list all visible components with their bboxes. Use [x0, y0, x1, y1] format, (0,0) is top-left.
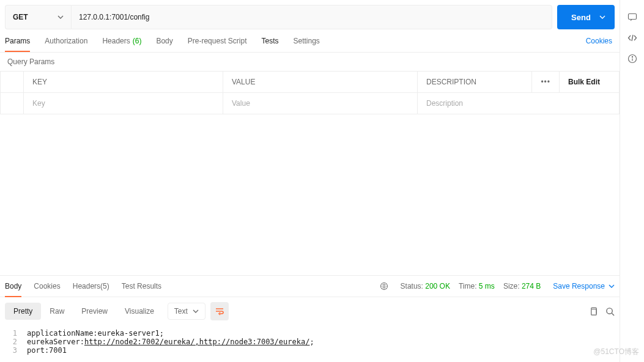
save-response-label: Save Response: [553, 282, 605, 290]
tab-body[interactable]: Body: [156, 31, 172, 51]
line-number: 3: [0, 346, 27, 355]
view-preview[interactable]: Preview: [73, 303, 116, 320]
bulk-edit-button[interactable]: Bulk Edit: [560, 72, 620, 93]
code-line: 2 eurekaServer:http://node2:7002/eureka/…: [0, 338, 620, 346]
http-method-value: GET: [13, 13, 28, 21]
body-type-select[interactable]: Text: [168, 303, 205, 320]
checkbox-header: [1, 72, 24, 93]
cookies-link[interactable]: Cookies: [586, 37, 615, 45]
url-value: 127.0.0.1:7001/config: [79, 13, 149, 21]
key-input[interactable]: [32, 99, 214, 108]
request-tabs-row: Params Authorization Headers(6) Body Pre…: [0, 29, 620, 53]
line-content: applicationName:eureka-server1;: [27, 329, 164, 338]
value-input[interactable]: [232, 99, 409, 108]
view-visualize[interactable]: Visualize: [116, 303, 163, 320]
description-header: DESCRIPTION: [418, 72, 532, 93]
response-tabs-row: Body Cookies Headers(5) Test Results Sta…: [0, 275, 620, 297]
code-line: 1 applicationName:eureka-server1;: [0, 329, 620, 338]
table-row: [1, 93, 620, 114]
chevron-down-icon: [599, 14, 605, 20]
svg-point-5: [632, 56, 632, 57]
wrap-lines-button[interactable]: [210, 302, 229, 320]
tab-headers-count: (6): [133, 37, 142, 45]
time-value: 5 ms: [479, 282, 495, 290]
response-toolbar: Pretty Raw Preview Visualize Text: [0, 297, 620, 325]
request-url-bar: GET 127.0.0.1:7001/config Send: [0, 0, 620, 29]
svg-point-2: [607, 308, 612, 313]
globe-icon[interactable]: [380, 282, 388, 290]
key-header: KEY: [24, 72, 223, 93]
status-value: 200 OK: [425, 282, 450, 290]
chevron-down-icon: [57, 14, 64, 20]
comments-icon[interactable]: [627, 12, 637, 22]
tab-authorization[interactable]: Authorization: [45, 31, 87, 51]
view-mode-segment: Pretty Raw Preview Visualize: [5, 303, 163, 320]
wrap-icon: [215, 306, 224, 316]
code-line: 3 port:7001: [0, 346, 620, 355]
response-tab-body[interactable]: Body: [5, 276, 21, 297]
chevron-down-icon: [609, 283, 615, 289]
tab-prerequest[interactable]: Pre-request Script: [188, 31, 247, 51]
view-pretty[interactable]: Pretty: [5, 303, 41, 320]
body-type-value: Text: [174, 307, 188, 316]
tab-headers[interactable]: Headers(6): [102, 31, 141, 51]
http-method-select[interactable]: GET: [5, 5, 71, 29]
search-icon[interactable]: [605, 307, 615, 316]
line-number: 1: [0, 329, 27, 338]
tab-settings[interactable]: Settings: [294, 31, 320, 51]
code-icon[interactable]: [627, 33, 637, 43]
send-label: Send: [571, 13, 591, 22]
checkbox-cell[interactable]: [1, 93, 24, 114]
send-button[interactable]: Send: [557, 5, 615, 29]
response-body[interactable]: 1 applicationName:eureka-server1; 2 eure…: [0, 325, 620, 362]
watermark: @51CTO博客: [593, 347, 639, 357]
value-header: VALUE: [223, 72, 418, 93]
column-options[interactable]: •••: [532, 72, 560, 93]
response-tab-tests[interactable]: Test Results: [122, 276, 161, 297]
ellipsis-icon: •••: [541, 78, 550, 86]
size-value: 274 B: [522, 282, 541, 290]
side-rail: [620, 0, 644, 362]
svg-rect-3: [628, 14, 636, 20]
line-content: eurekaServer:http://node2:7002/eureka/,h…: [27, 338, 314, 346]
line-number: 2: [0, 338, 27, 346]
query-params-label: Query Params: [0, 53, 620, 71]
tab-headers-label: Headers: [102, 37, 130, 45]
response-meta: Status: 200 OK Time: 5 ms Size: 274 B: [401, 282, 541, 290]
view-raw[interactable]: Raw: [41, 303, 73, 320]
url-input[interactable]: 127.0.0.1:7001/config: [71, 5, 552, 29]
response-tab-headers[interactable]: Headers(5): [73, 276, 109, 297]
query-params-table: KEY VALUE DESCRIPTION ••• Bulk Edit: [0, 71, 620, 114]
response-tab-headers-count: (5): [100, 282, 109, 290]
info-icon[interactable]: [627, 54, 637, 64]
chevron-down-icon: [193, 308, 199, 314]
line-content: port:7001: [27, 346, 67, 355]
description-input[interactable]: [426, 99, 610, 108]
svg-rect-1: [591, 309, 596, 314]
response-tab-headers-label: Headers: [73, 282, 100, 290]
copy-icon[interactable]: [589, 307, 598, 316]
tab-params[interactable]: Params: [5, 31, 30, 51]
tab-tests[interactable]: Tests: [261, 31, 278, 51]
save-response-button[interactable]: Save Response: [553, 282, 615, 290]
response-tab-cookies[interactable]: Cookies: [34, 276, 60, 297]
